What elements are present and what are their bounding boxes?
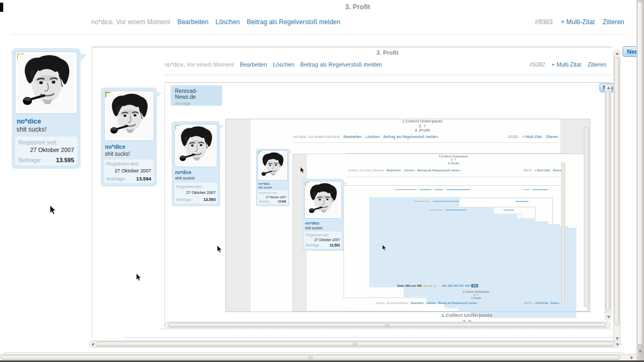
deep-recursion-card xyxy=(444,218,535,308)
post-author-line: no*dice, Vor einem Moment xyxy=(348,169,384,172)
page-back-link: Zurück xyxy=(423,284,433,287)
scrollbar-h-image xyxy=(165,322,611,328)
posts-count: 13.593 xyxy=(203,197,216,202)
post-actions-right-l2: #9382 + Multi-Zitat Zitieren xyxy=(530,61,606,68)
registered-label: Registriert seit: xyxy=(106,161,151,166)
nested-screenshot-frame xyxy=(453,222,504,248)
deep-recursion-card xyxy=(479,226,569,316)
page-ellipsis: … xyxy=(437,284,441,287)
quote-link-image: Zitieren xyxy=(588,61,606,68)
user-title: shit sucks! xyxy=(105,151,153,157)
avatar-l5 xyxy=(304,181,342,219)
post-title-l2: 3. Profit xyxy=(165,49,610,56)
report-link[interactable]: Beitrag als Regelverstoß melden xyxy=(247,18,340,26)
user-stats: Registriert seit: 27 Oktober 2007 Beiträ… xyxy=(15,136,77,165)
avatar-image xyxy=(106,93,152,139)
nested-scrollbar xyxy=(561,162,565,303)
post-meta-row-l2: no*dice, Vor einem Moment Bearbeiten Lös… xyxy=(165,61,382,68)
post-author-line: no*dice, Vor einem Moment xyxy=(91,18,170,26)
title-line1: 1.Collect Underpants xyxy=(251,119,594,124)
title-line1: 1.Collect Underpants xyxy=(346,155,561,158)
post-author-line: no*dice, Vor einem Moment xyxy=(376,301,408,305)
username: no*dice xyxy=(259,182,287,185)
posts-label: Beiträge: xyxy=(106,176,126,182)
deep-recursion-card xyxy=(369,197,459,287)
user-stats: Registriert seit: 27 Oktober 2007 Beiträ… xyxy=(174,183,218,204)
page-info: Seite 469 von 469 xyxy=(397,284,422,287)
scrollbar-thumb[interactable] xyxy=(1,355,620,360)
mouse-cursor-icon xyxy=(136,273,142,281)
nested-screenshot-frame xyxy=(471,227,495,239)
post-number: #9380 xyxy=(508,135,518,139)
posts-count: 13.592 xyxy=(278,200,286,203)
username-link[interactable]: no*dice xyxy=(17,118,76,125)
page-first-link: 1 xyxy=(434,284,436,287)
edit-link[interactable]: Bearbeiten xyxy=(177,18,208,26)
avatar-image xyxy=(306,183,340,217)
delete-link-image: Löschen xyxy=(426,301,436,305)
avatar-l2 xyxy=(104,91,154,141)
multi-quote-link[interactable]: + Multi-Zitat xyxy=(561,18,595,26)
post-number: #9383 xyxy=(535,18,553,26)
posts-count: 13.595 xyxy=(56,157,74,163)
deep-meta-stub xyxy=(515,201,529,202)
content-scrollbar-vertical[interactable] xyxy=(613,49,620,343)
edit-link-image: Bearbeiten xyxy=(240,61,267,68)
user-info-panel-l4: no*dice shit sucks! Registriert seit: 27… xyxy=(256,149,289,206)
user-stats: Registriert seit: 27 Oktober 2007 Beiträ… xyxy=(304,231,342,248)
image-tooltip: Klick auf dieses Bild, um es in vollstän… xyxy=(448,193,535,200)
ad-site-name: Rennrad-News.de xyxy=(175,88,218,100)
quote-link[interactable]: Zitieren xyxy=(603,18,624,26)
multi-quote-link-image: + Multi-Zitat xyxy=(552,61,581,68)
quote-link-image: Zitieren xyxy=(553,169,562,172)
avatar-l4 xyxy=(258,150,287,180)
post-number: #9379 xyxy=(523,169,531,172)
content-scrollbar-horizontal[interactable] xyxy=(89,341,621,347)
scrollbar-thumb[interactable] xyxy=(96,342,615,346)
post-divider-l3 xyxy=(292,142,558,143)
page-current: 469 xyxy=(471,284,478,287)
thread-title-block-l3: 1.Collect Underpants 2. ? 3. Profit xyxy=(251,119,594,133)
registered-date: 27 Oktober 2007 xyxy=(259,196,286,199)
posts-label: Beiträge: xyxy=(18,157,42,163)
post-author-line: no*dice, Vor einem Moment xyxy=(294,135,340,139)
registered-date: 27 Oktober 2007 xyxy=(18,147,74,153)
user-info-panel-l3: no*dice shit sucks! Registriert seit: 27… xyxy=(172,121,220,206)
quote-link-image: Zitieren xyxy=(546,135,558,139)
posts-label: Beiträge: xyxy=(176,197,192,202)
posts-label: Beiträge: xyxy=(259,200,270,203)
user-stats: Registriert seit: 27 Oktober 2007 Beiträ… xyxy=(258,190,287,204)
avatar[interactable] xyxy=(15,52,77,113)
edit-link-image: Bearbeiten xyxy=(411,301,423,305)
user-title: shit sucks! xyxy=(17,126,76,133)
post-title: 3. Profit xyxy=(91,3,624,11)
avatar-l3 xyxy=(174,124,218,168)
window-scrollbar-vertical[interactable] xyxy=(636,0,644,362)
page-margin-left xyxy=(293,154,307,311)
deep-meta-stub xyxy=(503,209,514,211)
username: no*dice xyxy=(175,170,216,175)
mouse-cursor-icon xyxy=(49,205,56,215)
avatar-image xyxy=(18,54,75,111)
ad-box: Rennrad-News.de Anzeige xyxy=(171,85,222,106)
window-scrollbar-horizontal[interactable] xyxy=(0,354,636,360)
avatar-image xyxy=(176,126,216,165)
title-line3: 3. Profit xyxy=(251,128,594,133)
post-meta-row: no*dice, Vor einem Moment Bearbeiten Lös… xyxy=(91,18,340,26)
post-actions-right-l3: #9380 + Multi-Zitat Zitieren xyxy=(508,135,558,139)
post-author-line: no*dice, Vor einem Moment xyxy=(165,61,234,68)
page-margin-left xyxy=(226,119,251,312)
scrollbar-thumb[interactable] xyxy=(637,1,643,345)
post-divider-l4 xyxy=(346,177,564,177)
post-actions-right: #9383 + Multi-Zitat Zitieren xyxy=(535,18,624,26)
user-stats: Registriert seit: 27 Oktober 2007 Beiträ… xyxy=(104,160,154,184)
deep-recursion-card xyxy=(470,224,560,314)
deep-meta-stub xyxy=(445,209,467,211)
scrollbar-thumb[interactable] xyxy=(614,57,619,325)
avatar-image xyxy=(259,152,286,179)
window-corner-artifact xyxy=(0,3,3,12)
delete-link[interactable]: Löschen xyxy=(215,18,239,26)
embedded-screenshot-level2[interactable]: 3. Profit no*dice, Vor einem Moment Bear… xyxy=(0,0,644,362)
post-divider-l2 xyxy=(164,75,612,75)
deep-meta-stub xyxy=(435,189,443,190)
